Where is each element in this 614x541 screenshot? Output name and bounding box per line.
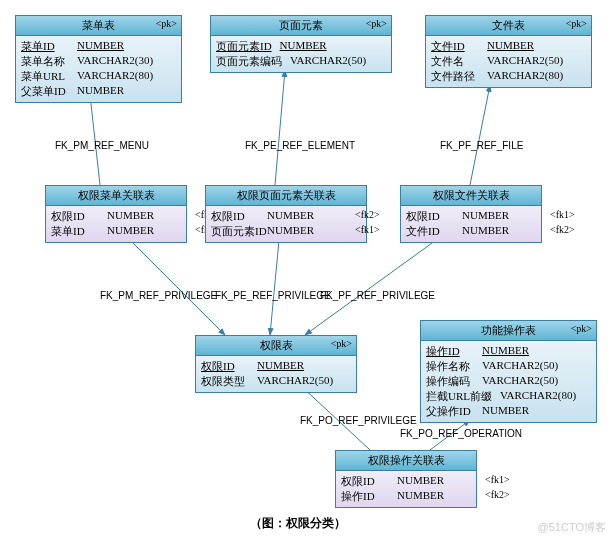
table-priv-operation: 权限操作关联表 权限IDNUMBER<fk1>操作IDNUMBER<fk2> — [335, 450, 477, 508]
column-row: 拦截URL前缀VARCHAR2(80) — [426, 389, 591, 404]
table-priv-menu: 权限菜单关联表 权限IDNUMBER<fk2>菜单IDNUMBER<fk1> — [45, 185, 187, 243]
watermark: @51CTO博客 — [538, 520, 606, 535]
fk-label: FK_PO_REF_PRIVILEGE — [300, 415, 417, 426]
column-row: 权限IDNUMBER<fk2> — [211, 209, 361, 224]
column-row: 菜单名称VARCHAR2(30) — [21, 54, 176, 69]
column-row: 文件路径VARCHAR2(80) — [431, 69, 586, 84]
table-priv-page: 权限页面元素关联表 权限IDNUMBER<fk2>页面元素IDNUMBER<fk… — [205, 185, 367, 243]
column-row: 操作IDNUMBER — [426, 344, 591, 359]
column-row: 权限IDNUMBER<fk1> — [341, 474, 471, 489]
table-privilege: 权限表<pk> 权限IDNUMBER权限类型VARCHAR2(50) — [195, 335, 357, 393]
column-row: 菜单IDNUMBER<fk1> — [51, 224, 181, 239]
column-row: 文件名VARCHAR2(50) — [431, 54, 586, 69]
column-row: 页面元素编码VARCHAR2(50) — [216, 54, 386, 69]
fk-label: FK_PE_REF_PRIVILEGE — [215, 290, 331, 301]
fk-label: FK_PO_REF_OPERATION — [400, 428, 522, 439]
table-page-element: 页面元素<pk> 页面元素IDNUMBER页面元素编码VARCHAR2(50) — [210, 15, 392, 73]
column-row: 父菜单IDNUMBER — [21, 84, 176, 99]
table-file: 文件表<pk> 文件IDNUMBER文件名VARCHAR2(50)文件路径VAR… — [425, 15, 592, 88]
table-menu: 菜单表<pk> 菜单IDNUMBER菜单名称VARCHAR2(30)菜单URLV… — [15, 15, 182, 103]
fk-label: FK_PF_REF_FILE — [440, 140, 523, 151]
fk-label: FK_PM_REF_MENU — [55, 140, 149, 151]
fk-label: FK_PM_REF_PRIVILEGE — [100, 290, 217, 301]
column-row: 菜单URLVARCHAR2(80) — [21, 69, 176, 84]
column-row: 页面元素IDNUMBER<fk1> — [211, 224, 361, 239]
column-row: 权限类型VARCHAR2(50) — [201, 374, 351, 389]
column-row: 权限IDNUMBER — [201, 359, 351, 374]
column-row: 权限IDNUMBER<fk2> — [51, 209, 181, 224]
column-row: 文件IDNUMBER — [431, 39, 586, 54]
diagram-caption: （图：权限分类） — [250, 515, 346, 532]
column-row: 权限IDNUMBER<fk1> — [406, 209, 536, 224]
fk-label: FK_PE_REF_ELEMENT — [245, 140, 355, 151]
column-row: 菜单IDNUMBER — [21, 39, 176, 54]
column-row: 操作IDNUMBER<fk2> — [341, 489, 471, 504]
fk-label: FK_PF_REF_PRIVILEGE — [320, 290, 435, 301]
column-row: 操作名称VARCHAR2(50) — [426, 359, 591, 374]
column-row: 页面元素IDNUMBER — [216, 39, 386, 54]
table-priv-file: 权限文件关联表 权限IDNUMBER<fk1>文件IDNUMBER<fk2> — [400, 185, 542, 243]
column-row: 父操作IDNUMBER — [426, 404, 591, 419]
column-row: 文件IDNUMBER<fk2> — [406, 224, 536, 239]
table-operation: 功能操作表<pk> 操作IDNUMBER操作名称VARCHAR2(50)操作编码… — [420, 320, 597, 423]
column-row: 操作编码VARCHAR2(50) — [426, 374, 591, 389]
